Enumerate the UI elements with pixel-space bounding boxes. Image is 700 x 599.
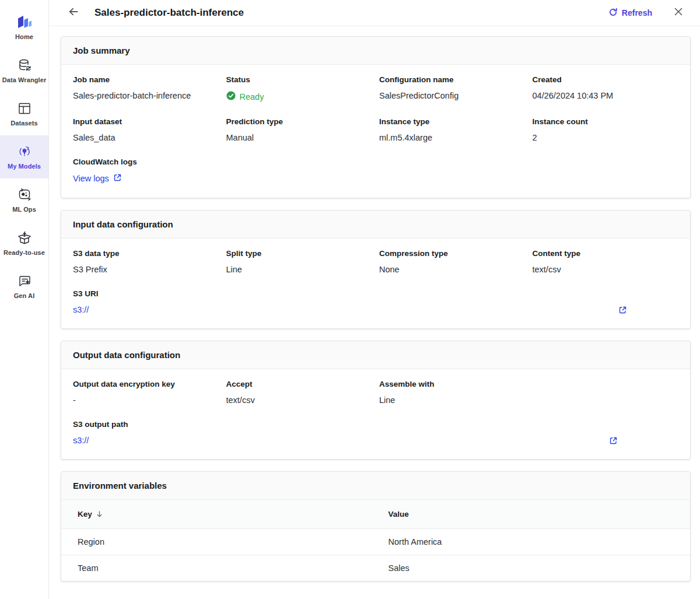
table-header-value: Value xyxy=(388,500,690,529)
field-created: Created 04/26/2024 10:43 PM xyxy=(533,75,679,102)
env-key-cell: Region xyxy=(61,529,388,555)
sidebar-item-gen-ai[interactable]: Gen AI xyxy=(0,265,48,308)
field-instance-type: Instance type ml.m5.4xlarge xyxy=(379,117,526,142)
my-models-pin-icon xyxy=(17,144,32,159)
field-cloudwatch-logs: CloudWatch logs View logs xyxy=(73,157,678,184)
field-output-encryption-key: Output data encryption key - xyxy=(73,380,219,405)
job-summary-card: Job summary Job name Sales-predictor-bat… xyxy=(61,36,691,198)
sidebar-item-label: Gen AI xyxy=(14,292,35,299)
field-s3-uri: S3 URI s3:// xyxy=(73,289,678,314)
card-title: Job summary xyxy=(61,37,690,65)
page-title: Sales-predictor-batch-inference xyxy=(94,7,244,19)
close-button[interactable] xyxy=(672,6,685,19)
status-badge: Ready xyxy=(226,91,373,102)
field-s3-data-type: S3 data type S3 Prefix xyxy=(73,249,219,274)
card-title: Input data configuration xyxy=(61,211,690,239)
sidebar-item-datasets[interactable]: Datasets xyxy=(0,92,48,135)
card-title: Output data configuration xyxy=(61,341,690,369)
field-configuration-name: Configuration name SalesPredictorConfig xyxy=(379,75,526,102)
field-compression-type: Compression type None xyxy=(379,249,526,274)
external-link-icon[interactable] xyxy=(609,436,618,445)
refresh-icon xyxy=(608,8,618,19)
sidebar-item-ml-ops[interactable]: ML Ops xyxy=(0,178,48,222)
field-prediction-type: Prediction type Manual xyxy=(226,117,373,142)
table-header-key[interactable]: Key xyxy=(61,500,388,529)
close-icon xyxy=(673,6,684,19)
main-area: Sales-predictor-batch-inference Refresh xyxy=(49,0,700,599)
content-area[interactable]: Job summary Job name Sales-predictor-bat… xyxy=(49,26,700,599)
sidebar-item-my-models[interactable]: My Models xyxy=(0,135,48,178)
sidebar-item-label: Data Wrangler xyxy=(2,76,47,83)
data-wrangler-icon xyxy=(17,58,32,73)
env-value-cell: Sales xyxy=(388,555,690,582)
sidebar-item-label: Ready-to-use xyxy=(4,249,45,256)
check-circle-icon xyxy=(226,91,236,102)
external-link-icon xyxy=(113,173,122,184)
s3-output-path-link[interactable]: s3:// xyxy=(73,436,89,445)
field-assemble-with: Assemble with Line xyxy=(379,380,526,405)
external-link-icon[interactable] xyxy=(618,306,627,314)
env-vars-table: Key Value xyxy=(61,500,690,581)
refresh-button[interactable]: Refresh xyxy=(608,8,652,19)
field-instance-count: Instance count 2 xyxy=(533,117,679,142)
sidebar-item-ready-to-use[interactable]: Ready-to-use xyxy=(0,222,48,265)
page-header: Sales-predictor-batch-inference Refresh xyxy=(49,0,700,26)
table-row: Region North America xyxy=(61,529,690,555)
ready-to-use-box-icon xyxy=(17,230,32,246)
field-status: Status Ready xyxy=(226,75,373,102)
back-arrow-icon xyxy=(68,6,79,20)
datasets-table-icon xyxy=(17,101,32,116)
card-title: Environment variables xyxy=(61,472,690,500)
sidebar-item-home[interactable]: Home xyxy=(0,6,48,49)
sidebar-item-label: ML Ops xyxy=(12,206,36,213)
sidebar-item-data-wrangler[interactable]: Data Wrangler xyxy=(0,49,48,92)
sidebar-item-label: Datasets xyxy=(10,120,38,127)
sort-down-arrow-icon xyxy=(96,510,103,518)
refresh-label: Refresh xyxy=(622,8,652,17)
field-job-name: Job name Sales-predictor-batch-inference xyxy=(73,75,219,102)
input-data-configuration-card: Input data configuration S3 data type S3… xyxy=(61,210,691,329)
view-logs-link[interactable]: View logs xyxy=(73,173,122,184)
canvas-logo-icon xyxy=(16,15,33,30)
table-row: Team Sales xyxy=(61,555,690,582)
field-content-type: Content type text/csv xyxy=(533,249,679,274)
ml-ops-cycle-icon xyxy=(17,187,32,202)
s3-uri-link[interactable]: s3:// xyxy=(73,305,89,314)
environment-variables-card: Environment variables Key xyxy=(61,471,691,582)
field-input-dataset: Input dataset Sales_data xyxy=(73,117,219,142)
sidebar-item-label: My Models xyxy=(8,163,41,170)
gen-ai-chat-icon xyxy=(17,274,32,289)
sidebar: Home Data Wrangler xyxy=(0,0,49,599)
back-button[interactable] xyxy=(66,6,80,20)
env-key-cell: Team xyxy=(61,555,388,582)
env-value-cell: North America xyxy=(388,529,690,555)
field-accept: Accept text/csv xyxy=(226,380,373,405)
field-split-type: Split type Line xyxy=(226,249,373,274)
sidebar-item-label: Home xyxy=(15,33,33,40)
field-s3-output-path: S3 output path s3:// xyxy=(73,420,678,445)
output-data-configuration-card: Output data configuration Output data en… xyxy=(61,341,691,460)
app-window: Home Data Wrangler xyxy=(0,0,700,599)
